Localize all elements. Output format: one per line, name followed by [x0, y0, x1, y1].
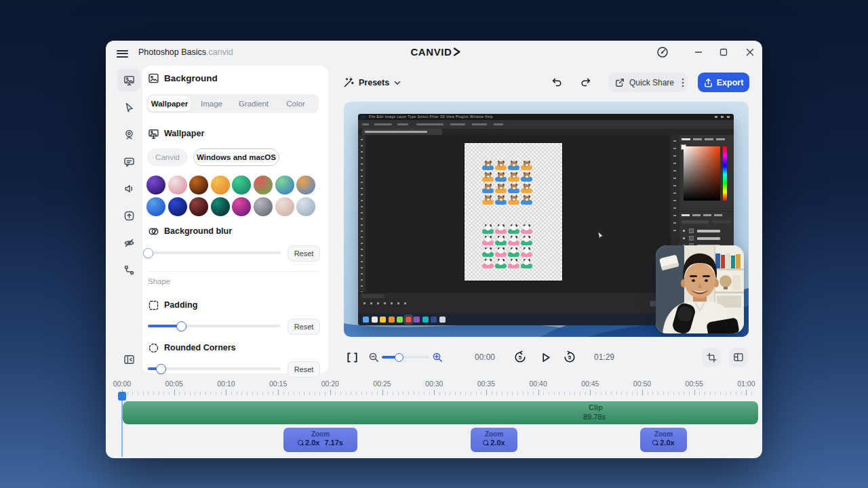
- webcam-overlay[interactable]: [656, 245, 744, 333]
- sticker-graphic: [508, 224, 519, 234]
- padding-slider-knob[interactable]: [176, 321, 186, 331]
- wallpaper-swatch[interactable]: [189, 197, 208, 216]
- sticker-graphic: [482, 224, 494, 234]
- wallpaper-swatch[interactable]: [275, 197, 294, 216]
- fit-timeline-button[interactable]: [343, 348, 361, 366]
- ps-menu-bar: File Edit Image Layer Type Select Filter…: [358, 114, 734, 120]
- ruler-tick: [705, 392, 705, 395]
- ruler-tick: [273, 392, 273, 395]
- timeline-zoom-segment[interactable]: Zoom2.0x: [640, 428, 687, 452]
- ruler-tick: [163, 392, 164, 395]
- ruler-tick: [195, 392, 195, 395]
- crop-button[interactable]: [702, 348, 721, 367]
- ruler-tick: [606, 392, 606, 395]
- wallpaper-swatch[interactable]: [254, 176, 273, 195]
- tab-color[interactable]: Color: [275, 96, 317, 111]
- collapse-panel-button[interactable]: [117, 348, 140, 371]
- play-button[interactable]: [536, 348, 554, 366]
- tab-gradient[interactable]: Gradient: [233, 96, 275, 111]
- timeline-zoom-segment[interactable]: Zoom2.0x: [471, 428, 517, 452]
- taskbar-icon: [431, 317, 437, 323]
- wallpaper-swatch[interactable]: [232, 197, 251, 216]
- skip-back-5-button[interactable]: 5: [511, 348, 529, 366]
- blur-reset-button[interactable]: Reset: [288, 245, 320, 262]
- rounded-slider-knob[interactable]: [156, 364, 166, 374]
- ruler-tick: [658, 392, 658, 395]
- wallpaper-swatch[interactable]: [211, 176, 230, 195]
- tab-wallpaper[interactable]: Wallpaper: [149, 96, 191, 111]
- wallpaper-source-windows-macos[interactable]: Windows and macOS: [193, 148, 279, 166]
- sidebar-item-audio[interactable]: [117, 177, 140, 200]
- zoom-out-icon: [368, 352, 380, 363]
- ruler-tick: [549, 392, 549, 395]
- minimize-button[interactable]: [691, 45, 706, 59]
- wallpaper-swatch[interactable]: [146, 176, 165, 195]
- wallpaper-swatch[interactable]: [146, 197, 165, 216]
- wallpaper-swatch[interactable]: [232, 176, 251, 195]
- sidebar-item-webcam[interactable]: [117, 123, 140, 146]
- ruler-tick: [351, 392, 351, 395]
- ruler-tick: [585, 392, 586, 395]
- sidebar-item-uploads[interactable]: [117, 204, 140, 227]
- ruler-tick: [710, 392, 711, 395]
- total-time: 01:29: [594, 352, 614, 362]
- ruler-tick: [257, 392, 258, 395]
- ruler-tick: [538, 390, 539, 395]
- more-options-icon[interactable]: [682, 78, 684, 87]
- performance-gauge-icon[interactable]: [655, 45, 670, 59]
- timeline-clip[interactable]: Clip 89.78s: [123, 401, 758, 424]
- ruler-tick: [424, 392, 425, 395]
- redo-button[interactable]: [578, 74, 594, 90]
- timeline-ticks: [106, 389, 762, 395]
- wallpaper-swatch[interactable]: [168, 197, 187, 216]
- close-button[interactable]: [743, 45, 757, 59]
- quick-share-button[interactable]: Quick Share: [608, 73, 688, 92]
- wallpaper-swatch[interactable]: [296, 176, 315, 195]
- sidebar-item-background[interactable]: [117, 68, 140, 92]
- zoom-out-button[interactable]: [365, 348, 382, 366]
- ps-document-tab-strip: [358, 129, 734, 135]
- blur-slider-track[interactable]: [148, 251, 281, 254]
- ruler-tick: [278, 390, 279, 395]
- rounded-reset-button[interactable]: Reset: [288, 361, 320, 378]
- wallpaper-source-canvid[interactable]: Canvid: [147, 148, 188, 166]
- wallpaper-swatch[interactable]: [189, 176, 208, 195]
- zoom-in-button[interactable]: [429, 348, 446, 366]
- wallpaper-swatch[interactable]: [275, 176, 294, 195]
- wallpaper-swatch[interactable]: [211, 197, 230, 216]
- sidebar-item-cursor[interactable]: [117, 96, 140, 119]
- wallpaper-swatch[interactable]: [168, 176, 187, 195]
- ps-layer-row: [681, 228, 732, 235]
- presets-button[interactable]: Presets: [343, 73, 401, 92]
- sidebar-item-captions[interactable]: [117, 150, 140, 173]
- timeline-zoom-segment[interactable]: Zoom2.0x7.17s: [283, 428, 357, 452]
- ruler-tick: [533, 392, 534, 395]
- sidebar-item-hidden[interactable]: [117, 231, 140, 254]
- svg-text:5: 5: [519, 354, 522, 361]
- undo-button[interactable]: [549, 74, 565, 90]
- playhead-handle[interactable]: [118, 392, 126, 401]
- ruler-tick: [325, 392, 326, 395]
- export-button[interactable]: Export: [698, 73, 749, 92]
- zoom-segment-title: Zoom: [471, 430, 517, 438]
- layout-button[interactable]: [729, 348, 748, 367]
- menu-icon[interactable]: [115, 47, 136, 62]
- wallpaper-swatch[interactable]: [296, 197, 315, 216]
- video-preview[interactable]: File Edit Image Layer Type Select Filter…: [344, 102, 749, 337]
- wallpaper-swatch[interactable]: [254, 197, 273, 216]
- sticker-graphic: [508, 247, 519, 257]
- blur-slider-knob[interactable]: [143, 248, 153, 258]
- ruler-tick: [679, 392, 679, 395]
- padding-reset-button[interactable]: Reset: [288, 319, 320, 335]
- maximize-button[interactable]: [716, 45, 731, 59]
- eye-off-icon: [123, 237, 135, 249]
- tab-image[interactable]: Image: [191, 96, 233, 111]
- ruler-tick: [319, 392, 320, 395]
- sidebar-item-flow[interactable]: [117, 258, 140, 281]
- skip-forward-5-button[interactable]: 5: [561, 348, 578, 366]
- titlebar: Photoshop Basics.canvid CANVID: [106, 41, 762, 64]
- captions-icon: [123, 156, 135, 167]
- zoom-slider-knob[interactable]: [395, 353, 403, 362]
- ruler-tick: [445, 392, 446, 395]
- rounded-slider-track[interactable]: [148, 367, 281, 370]
